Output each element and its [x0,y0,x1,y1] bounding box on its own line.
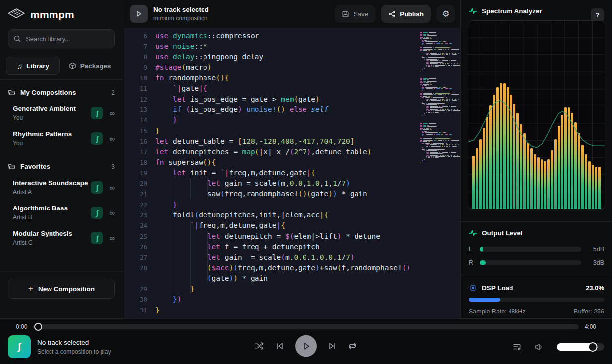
code-line: 23 foldl(detunepitches,init,|elem,acc|{ [124,210,460,220]
minimap-token [433,97,444,98]
indent-guide [207,273,208,284]
queue-icon[interactable] [513,343,522,351]
code-tokens [155,232,207,240]
minimap-token [454,53,454,54]
token: | [276,221,281,229]
minimap-line [420,91,452,92]
search-input[interactable] [8,29,115,48]
composition-item[interactable]: Algorithmic BassArtist B∫∞ [0,200,123,225]
minimap-token [440,53,441,54]
line-number: 10 [124,73,147,83]
tab-packages[interactable]: Packages [63,57,117,75]
seek-knob[interactable] [34,323,42,331]
editor-minimap[interactable] [420,32,452,169]
seek-slider[interactable] [33,324,578,329]
minimap-line [420,135,452,136]
repeat-button[interactable] [348,342,357,351]
minimap-token [449,144,449,145]
minimap-line [420,160,452,161]
next-track-button[interactable] [328,342,337,351]
section-title: My Compositions [20,89,107,96]
minimap-line [420,159,452,160]
indent-guide [207,263,208,273]
tab-library[interactable]: ♫ Library [6,57,60,75]
previous-track-button[interactable] [275,342,284,351]
settings-button[interactable]: ⚙ [437,5,455,23]
indent-guide [173,200,173,210]
minimap-token [433,138,434,139]
shuffle-button[interactable] [255,342,264,351]
line-number: 6 [124,31,147,41]
minimap-token [431,54,441,55]
minimap-token [446,103,446,104]
minimap-token [424,37,425,38]
token: ::compressor [207,32,259,40]
composition-item[interactable]: Rhythmic PatternsYou∫∞ [0,126,123,151]
volume-knob[interactable] [588,342,597,352]
line-number: 17 [124,147,147,157]
indent-guide [173,94,173,104]
volume-icon[interactable] [535,343,544,351]
composition-item[interactable]: Generative AmbientYou∫∞ [0,101,123,126]
minimap-token [435,138,450,139]
composition-item[interactable]: Modular SynthesisArtist C∫∞ [0,225,123,251]
minimap-token [422,56,422,57]
minimap-token [431,100,441,101]
minimap-line [420,88,452,89]
code-lines: 6use dynamics::compressor7use noise::*8u… [124,31,460,318]
code-tokens [155,253,207,261]
minimap-token [450,49,450,50]
save-button[interactable]: Save [335,5,375,23]
token: ( [307,190,311,198]
minimap-token [422,160,422,161]
minimap-token [422,52,424,52]
minimap-token [433,110,433,111]
token: map [242,148,255,156]
code-line: 24 `|freq,m,detune,gate|{ [124,220,460,231]
minimap-token [422,41,424,42]
minimap-token [426,144,429,145]
indent-guide [190,178,191,189]
code-text: let init = `|freq,m,detune,gate|{ [155,168,315,178]
token: `| [190,221,199,229]
token: $acc [212,264,229,272]
channel-label: L [469,246,475,253]
minimap-token [450,155,450,156]
activity-icon [469,7,477,15]
minimap-token [425,132,438,133]
code-line: 6use dynamics::compressor [124,31,460,41]
minimap-token [445,99,445,100]
composition-artist: Artist C [13,239,91,246]
indent-guide [173,294,173,305]
minimap-token [426,150,437,151]
minimap-token [423,81,426,82]
minimap-token [451,93,451,94]
minimap-token [438,140,442,141]
minimap-line [420,144,452,145]
indent-guide [190,189,191,199]
minimap-token [442,99,444,100]
volume-slider[interactable] [557,343,604,351]
token: ::* [195,42,207,50]
play-button[interactable] [295,335,317,357]
composition-title: Modular Synthesis [13,230,91,237]
minimap-token [459,109,459,110]
minimap-token [422,43,424,44]
code-editor[interactable]: 6use dynamics::compressor7use noise::*8u… [124,28,460,318]
line-number [124,273,147,284]
minimap-token [423,49,433,50]
code-line: 14 } [124,115,460,125]
minimap-token [438,94,442,95]
help-button[interactable]: ? [591,8,604,22]
minimap-token [422,102,422,103]
minimap-line [420,50,452,51]
new-composition-button[interactable]: + New Composition [8,279,115,299]
output-level-meters: L5dBR3dB [461,242,612,270]
token: let [207,179,225,187]
time-current: 0:00 [16,323,27,330]
code-line: 18fn supersaw(){ [124,157,460,168]
composition-item[interactable]: Interactive SoundscapeArtist A∫∞ [0,175,123,200]
track-thumbnail-play-button[interactable] [130,5,148,23]
minimap-token [422,103,425,104]
publish-button[interactable]: Publish [381,5,431,23]
